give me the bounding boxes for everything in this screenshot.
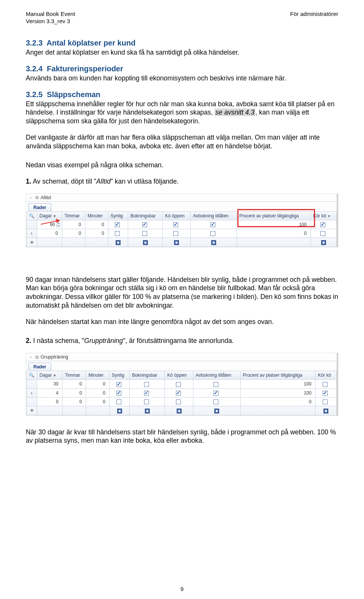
- tree-node[interactable]: › ⊟ Alltid: [26, 194, 337, 201]
- col-timmar[interactable]: Timmar: [62, 211, 85, 220]
- cell-procent[interactable]: 100: [237, 220, 311, 229]
- heading-text: Släppscheman: [47, 90, 100, 99]
- grid-row[interactable]: › 0 0 0 0: [27, 229, 337, 238]
- checkbox-ko-oppen[interactable]: [176, 382, 181, 387]
- new-row-icon[interactable]: ✳: [27, 238, 37, 247]
- paragraph: Nedan visas exempel på några olika schem…: [26, 161, 338, 170]
- col-avbokning[interactable]: Avbokning tillåten: [193, 371, 241, 380]
- col-procent[interactable]: Procent av platser tillgängliga: [240, 371, 315, 380]
- checkbox-synlig[interactable]: [116, 399, 121, 404]
- grid-row[interactable]: 0 0 0 0: [27, 397, 337, 406]
- heading-3-2-3: 3.2.3 Antal köplatser per kund: [26, 39, 338, 47]
- cell-procent[interactable]: 100: [240, 380, 315, 388]
- cell-procent[interactable]: 0: [237, 229, 311, 238]
- col-procent[interactable]: Procent av platser tillgängliga: [237, 211, 311, 220]
- cell-timmar[interactable]: 0: [62, 229, 85, 238]
- paragraph: Det vanligaste är därför att man har fle…: [26, 133, 338, 151]
- dagar-spinner[interactable]: 90▴▾: [37, 221, 62, 228]
- col-minuter[interactable]: Minuter: [85, 211, 108, 220]
- cell-minuter[interactable]: 0: [85, 229, 108, 238]
- schema-name: Alltid: [96, 178, 111, 185]
- checkbox-synlig[interactable]: [116, 391, 121, 396]
- row-handle[interactable]: [27, 220, 37, 229]
- spinner-down-icon[interactable]: ▾: [56, 225, 61, 228]
- heading-num: 3.2.3: [26, 39, 42, 47]
- row-expand-icon[interactable]: ›: [27, 229, 37, 238]
- col-ko-oppen[interactable]: Kö öppen: [163, 211, 191, 220]
- paragraph: 1. Av schemat, döpt till "Alltid" kan vi…: [26, 177, 338, 186]
- cell-timmar[interactable]: 0: [62, 220, 85, 229]
- tab-rader[interactable]: Rader: [28, 363, 51, 371]
- col-synlig[interactable]: Synlig: [108, 211, 128, 220]
- cell-timmar[interactable]: 0: [63, 397, 86, 406]
- col-dagar[interactable]: Dagar▼: [37, 371, 63, 380]
- checkbox-kor-ko[interactable]: [320, 231, 325, 236]
- checkbox-kor-ko[interactable]: [323, 399, 328, 404]
- paragraph: Anger det antal köplatser en kund ska få…: [26, 48, 338, 57]
- checkbox-ko-oppen[interactable]: [176, 399, 181, 404]
- col-avbokning[interactable]: Avbokning tillåten: [190, 211, 237, 220]
- checkbox-synlig[interactable]: [116, 382, 121, 387]
- search-icon-cell[interactable]: 🔍: [27, 371, 37, 380]
- checkbox-mixed: [143, 240, 148, 245]
- cell-procent[interactable]: 0: [240, 397, 315, 406]
- checkbox-ko-oppen[interactable]: [176, 391, 181, 396]
- menu-icon: ▼: [327, 214, 331, 218]
- col-kor-ko[interactable]: Kör kö: [315, 371, 337, 380]
- checkbox-kor-ko[interactable]: [323, 382, 328, 387]
- checkbox-bokningsbar[interactable]: [144, 382, 149, 387]
- checkbox-bokningsbar[interactable]: [142, 231, 147, 236]
- checkbox-bokningsbar[interactable]: [142, 222, 147, 227]
- cell-timmar[interactable]: 0: [63, 380, 86, 388]
- cell-dagar[interactable]: 0: [37, 229, 62, 238]
- cell-dagar[interactable]: 30: [37, 380, 63, 388]
- checkbox-avbokning[interactable]: [213, 382, 218, 387]
- cell-minuter[interactable]: 0: [86, 380, 110, 388]
- checkbox-avbokning[interactable]: [210, 222, 215, 227]
- grid-row[interactable]: › 4 0 0 100: [27, 388, 337, 397]
- checkbox-avbokning[interactable]: [210, 231, 215, 236]
- checkbox-ko-oppen[interactable]: [173, 222, 178, 227]
- cell-timmar[interactable]: 0: [63, 388, 86, 397]
- checkbox-synlig[interactable]: [115, 222, 120, 227]
- checkbox-kor-ko[interactable]: [323, 391, 328, 396]
- col-dagar[interactable]: Dagar▼: [37, 211, 62, 220]
- checkbox-bokningsbar[interactable]: [144, 399, 149, 404]
- checkbox-avbokning[interactable]: [213, 391, 218, 396]
- page-header: Manual Book Event För administratörer: [26, 11, 338, 17]
- tree-node[interactable]: › ⊟ Gruppträning: [26, 353, 337, 361]
- checkbox-bokningsbar[interactable]: [144, 391, 149, 396]
- page-number: 9: [0, 586, 364, 592]
- grid-header-row: 🔍 Dagar▼ Timmar Minuter Synlig Bokningsb…: [27, 211, 337, 220]
- col-bokningsbar[interactable]: Bokningsbar: [128, 211, 162, 220]
- cell-minuter[interactable]: 0: [86, 388, 110, 397]
- col-bokningsbar[interactable]: Bokningsbar: [130, 371, 165, 380]
- checkbox-synlig[interactable]: [115, 231, 120, 236]
- heading-num: 3.2.5: [26, 90, 42, 99]
- tab-rader[interactable]: Rader: [28, 203, 51, 211]
- col-timmar[interactable]: Timmar: [63, 371, 86, 380]
- row-expand-icon[interactable]: ›: [27, 388, 37, 397]
- grid-row[interactable]: 90▴▾ 0 0 100: [27, 220, 337, 229]
- cell-minuter[interactable]: 0: [86, 397, 110, 406]
- grid-row[interactable]: 30 0 0 100: [27, 380, 337, 388]
- search-icon-cell[interactable]: 🔍: [27, 211, 37, 220]
- checkbox-ko-oppen[interactable]: [173, 231, 178, 236]
- col-kor-ko[interactable]: Kör kö▼: [311, 211, 336, 220]
- checkbox-avbokning[interactable]: [213, 399, 218, 404]
- grid-footer-row: ✳: [27, 406, 337, 415]
- cell-minuter[interactable]: 0: [85, 220, 108, 229]
- col-minuter[interactable]: Minuter: [86, 371, 110, 380]
- spinner-up-icon[interactable]: ▴: [56, 222, 61, 225]
- col-ko-oppen[interactable]: Kö öppen: [165, 371, 193, 380]
- cell-dagar[interactable]: 0: [37, 397, 63, 406]
- header-version: Version 3.3_rev 3: [26, 18, 338, 24]
- new-row-icon[interactable]: ✳: [27, 406, 37, 415]
- list-number: 2.: [26, 337, 31, 344]
- cell-procent[interactable]: 100: [240, 388, 315, 397]
- col-synlig[interactable]: Synlig: [109, 371, 129, 380]
- cell-dagar[interactable]: 4: [37, 388, 63, 397]
- screenshot-schema-grupptraning: › ⊟ Gruppträning Rader 🔍 Dagar▼ Timmar M…: [26, 353, 338, 415]
- schedule-grid: 🔍 Dagar▼ Timmar Minuter Synlig Bokningsb…: [26, 211, 337, 247]
- checkbox-kor-ko[interactable]: [320, 222, 325, 227]
